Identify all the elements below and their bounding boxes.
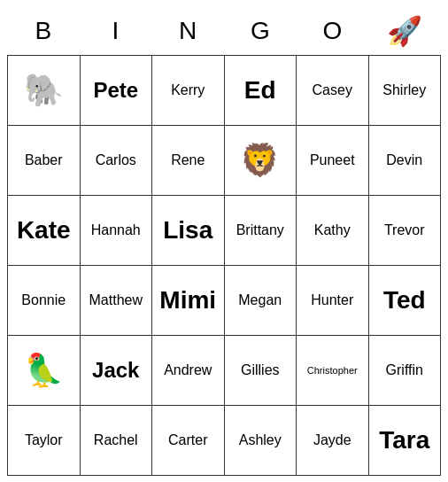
cell-label: Brittany	[236, 222, 284, 238]
cell-label: Rene	[171, 152, 205, 168]
cell-r3-c4: Hunter	[297, 266, 369, 336]
cell-r2-c1: Hannah	[81, 196, 153, 266]
cell-label: Andrew	[164, 362, 212, 378]
cell-label: Devin	[386, 152, 422, 168]
cell-label: Hannah	[91, 222, 141, 238]
cell-label: Baber	[25, 152, 63, 168]
cell-label: Gillies	[241, 362, 280, 378]
cell-label: Ed	[244, 77, 276, 105]
cell-r1-c4: Puneet	[297, 126, 369, 196]
letter-o: O	[297, 6, 369, 55]
cell-label: Rachel	[94, 432, 138, 448]
cell-r4-c3: Gillies	[225, 336, 297, 406]
bingo-grid: 🐘PeteKerryEdCaseyShirleyBaberCarlosRene🦁…	[7, 55, 441, 476]
cell-emoji: 🐘	[24, 74, 64, 106]
cell-r5-c0: Taylor	[8, 406, 81, 476]
cell-r0-c1: Pete	[81, 56, 153, 126]
cell-r3-c5: Ted	[369, 266, 442, 336]
cell-label: Trevor	[384, 222, 425, 238]
cell-label: Kathy	[314, 222, 351, 238]
cell-r4-c5: Griffin	[369, 336, 442, 406]
cell-r2-c5: Trevor	[369, 196, 442, 266]
cell-label: Hunter	[311, 292, 353, 308]
cell-r1-c0: Baber	[8, 126, 81, 196]
cell-label: Jack	[92, 359, 139, 382]
cell-label: Carter	[168, 432, 207, 448]
cell-r4-c1: Jack	[81, 336, 153, 406]
cell-label: Kerry	[171, 82, 205, 98]
cell-label: Griffin	[386, 362, 423, 378]
cell-label: Bonnie	[21, 292, 66, 308]
cell-label: Shirley	[382, 82, 426, 98]
cell-r0-c2: Kerry	[152, 56, 225, 126]
cell-r1-c2: Rene	[152, 126, 225, 196]
letter-g: G	[224, 6, 297, 55]
letter-i: I	[80, 6, 152, 55]
cell-r2-c4: Kathy	[297, 196, 369, 266]
cell-r2-c3: Brittany	[225, 196, 297, 266]
cell-label: Mimi	[159, 287, 216, 315]
cell-label: Megan	[238, 292, 282, 308]
cell-r0-c3: Ed	[225, 56, 297, 126]
cell-label: Matthew	[89, 292, 143, 308]
cell-r5-c5: Tara	[369, 406, 442, 476]
cell-r4-c4: Christopher	[297, 336, 369, 406]
cell-label: Ashley	[239, 432, 282, 448]
bingo-header: B I N G O 🚀	[7, 6, 441, 55]
cell-r2-c0: Kate	[8, 196, 81, 266]
cell-r1-c5: Devin	[369, 126, 442, 196]
cell-r0-c4: Casey	[297, 56, 369, 126]
cell-label: Lisa	[163, 217, 212, 245]
bingo-card: B I N G O 🚀 🐘PeteKerryEdCaseyShirleyBabe…	[7, 6, 441, 476]
cell-r5-c1: Rachel	[81, 406, 153, 476]
cell-r1-c1: Carlos	[81, 126, 153, 196]
cell-label: Taylor	[25, 432, 63, 448]
cell-r3-c1: Matthew	[81, 266, 153, 336]
cell-r1-c3: 🦁	[225, 126, 297, 196]
cell-label: Christopher	[307, 365, 358, 376]
cell-label: Carlos	[96, 152, 136, 168]
cell-label: Jayde	[313, 432, 351, 448]
cell-r3-c0: Bonnie	[8, 266, 81, 336]
cell-emoji: 🦁	[240, 144, 280, 176]
rocket-icon: 🚀	[368, 6, 441, 55]
cell-label: Puneet	[310, 152, 355, 168]
cell-label: Casey	[313, 82, 352, 98]
cell-r5-c4: Jayde	[297, 406, 369, 476]
cell-r0-c5: Shirley	[369, 56, 442, 126]
cell-label: Ted	[383, 287, 426, 315]
cell-label: Tara	[379, 427, 429, 455]
cell-r4-c0: 🦜	[8, 336, 81, 406]
cell-r3-c2: Mimi	[152, 266, 225, 336]
cell-label: Kate	[17, 217, 71, 245]
cell-r2-c2: Lisa	[152, 196, 225, 266]
cell-emoji: 🦜	[24, 354, 64, 386]
letter-n: N	[151, 6, 224, 55]
cell-r5-c2: Carter	[152, 406, 225, 476]
cell-r4-c2: Andrew	[152, 336, 225, 406]
cell-r0-c0: 🐘	[8, 56, 81, 126]
letter-b: B	[7, 6, 80, 55]
cell-r5-c3: Ashley	[225, 406, 297, 476]
cell-label: Pete	[93, 79, 138, 102]
cell-r3-c3: Megan	[225, 266, 297, 336]
